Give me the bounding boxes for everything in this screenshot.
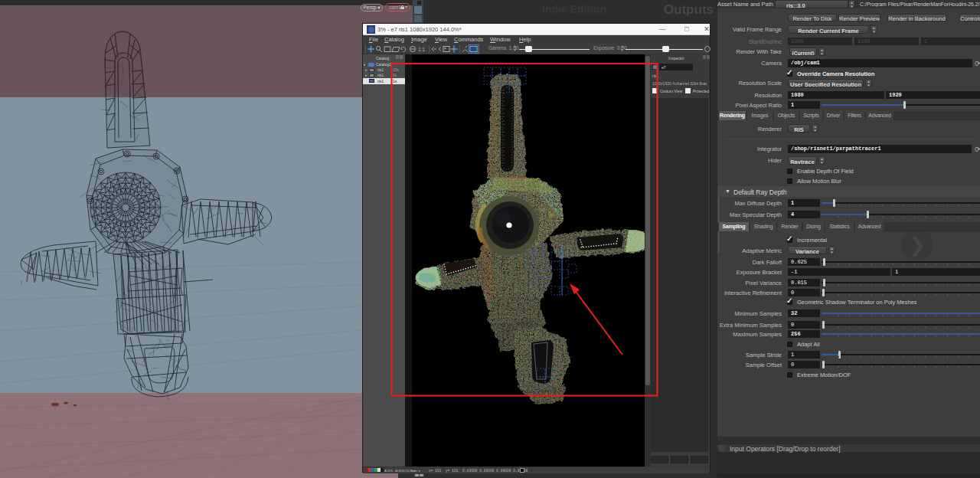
svg-text:1:1: 1:1 <box>418 47 425 52</box>
